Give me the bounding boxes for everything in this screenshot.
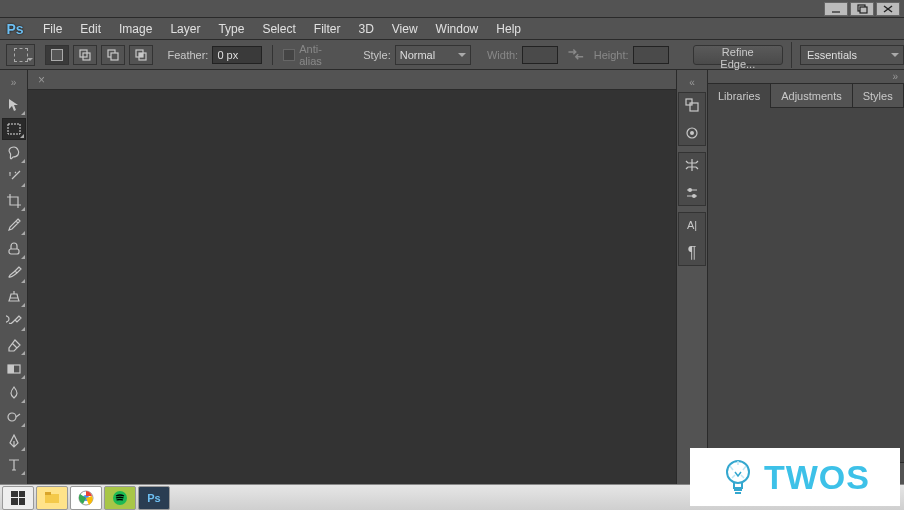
start-button[interactable] [2,486,34,510]
history-brush-tool[interactable] [2,310,26,332]
ps-icon: Ps [147,492,160,504]
maximize-button[interactable] [850,2,874,16]
menu-help[interactable]: Help [487,19,530,39]
svg-rect-15 [8,365,14,373]
color-icon[interactable] [682,123,702,143]
feather-label: Feather: [167,49,208,61]
svg-point-20 [690,131,694,135]
brush-tool[interactable] [2,262,26,284]
windows-icon [11,491,25,505]
svg-rect-18 [690,103,698,111]
blur-tool[interactable] [2,382,26,404]
menu-filter[interactable]: Filter [305,19,350,39]
antialias-label: Anti-alias [299,43,343,67]
svg-rect-24 [45,492,51,495]
lightbulb-icon [720,456,756,498]
swap-dimensions-icon[interactable] [566,47,586,63]
tab-adjustments[interactable]: Adjustments [771,84,853,108]
eyedropper-tool[interactable] [2,214,26,236]
eraser-tool[interactable] [2,334,26,356]
selection-add-button[interactable] [73,45,97,65]
svg-rect-8 [111,53,118,60]
separator [791,42,792,68]
spot-heal-tool[interactable] [2,238,26,260]
dodge-tool[interactable] [2,406,26,428]
pen-tool[interactable] [2,430,26,452]
panel-collapse-toggle[interactable] [708,70,904,84]
tool-preset-picker[interactable] [6,44,35,66]
selection-new-button[interactable] [45,45,69,65]
refine-edge-button[interactable]: Refine Edge... [693,45,783,65]
dock-group-3: A| ¶ [678,212,706,266]
app-logo-icon: Ps [4,19,26,39]
menu-image[interactable]: Image [110,19,161,39]
menu-type[interactable]: Type [209,19,253,39]
tab-styles[interactable]: Styles [853,84,904,108]
svg-rect-11 [139,53,143,57]
svg-rect-17 [686,99,692,105]
clone-stamp-tool[interactable] [2,286,26,308]
workspace-value: Essentials [807,49,857,61]
selection-intersect-button[interactable] [129,45,153,65]
width-label: Width: [487,49,518,61]
workspace-switcher[interactable]: Essentials [800,45,904,65]
watermark: TWOS [690,448,900,506]
dock-expand-toggle[interactable] [678,76,706,88]
chrome-button[interactable] [70,486,102,510]
type-tool[interactable] [2,454,26,476]
feather-input[interactable] [212,46,262,64]
style-label: Style: [363,49,391,61]
svg-rect-12 [8,124,20,134]
adjustments-icon[interactable] [682,183,702,203]
tab-libraries[interactable]: Libraries [708,84,771,108]
tools-panel [0,70,28,484]
dock-group-1 [678,92,706,146]
libraries-panel-body[interactable] [708,108,904,462]
antialias-checkbox[interactable] [283,49,295,61]
menu-3d[interactable]: 3D [349,19,382,39]
paragraph-icon[interactable]: ¶ [682,243,702,263]
menu-file[interactable]: File [34,19,71,39]
menu-bar: Ps File Edit Image Layer Type Select Fil… [0,18,904,40]
selection-subtract-button[interactable] [101,45,125,65]
close-button[interactable] [876,2,900,16]
lasso-tool[interactable] [2,142,26,164]
svg-rect-13 [9,249,19,254]
tools-expand-toggle[interactable] [2,76,26,88]
title-bar [0,0,904,18]
menu-layer[interactable]: Layer [161,19,209,39]
crop-tool[interactable] [2,190,26,212]
watermark-text: TWOS [764,458,870,497]
rect-marquee-tool[interactable] [2,118,26,140]
document-tab-close-icon[interactable]: × [38,73,45,87]
menu-edit[interactable]: Edit [71,19,110,39]
rect-marquee-icon [14,48,28,62]
minimize-button[interactable] [824,2,848,16]
svg-point-21 [688,188,692,192]
swatches-icon[interactable] [682,155,702,175]
svg-point-16 [8,413,16,421]
svg-rect-23 [45,494,59,503]
history-icon[interactable] [682,95,702,115]
document-area: × [28,70,676,484]
menu-view[interactable]: View [383,19,427,39]
width-input [522,46,558,64]
gradient-tool[interactable] [2,358,26,380]
style-value: Normal [400,49,435,61]
document-tab-bar: × [28,70,676,90]
svg-rect-2 [860,7,867,13]
work-area: × A| ¶ Libraries Adjustments Styles Lay [0,70,904,484]
height-label: Height: [594,49,629,61]
canvas[interactable] [28,90,676,484]
panel-tabs: Libraries Adjustments Styles [708,84,904,108]
style-select[interactable]: Normal [395,45,472,65]
move-tool[interactable] [2,94,26,116]
character-icon[interactable]: A| [682,215,702,235]
spotify-button[interactable] [104,486,136,510]
photoshop-taskbar-button[interactable]: Ps [138,486,170,510]
menu-window[interactable]: Window [427,19,488,39]
dock-group-2 [678,152,706,206]
file-explorer-button[interactable] [36,486,68,510]
magic-wand-tool[interactable] [2,166,26,188]
menu-select[interactable]: Select [253,19,304,39]
